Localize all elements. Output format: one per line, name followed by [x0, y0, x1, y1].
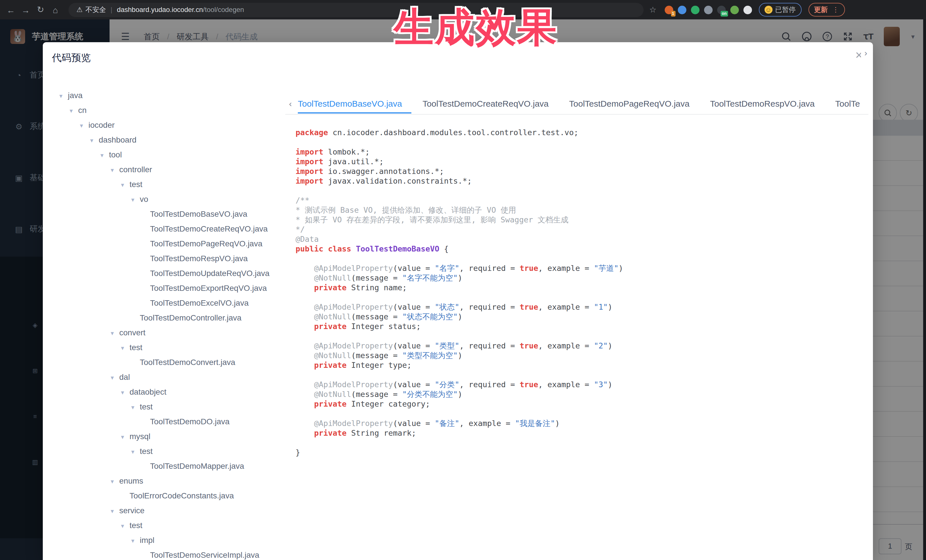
code-line: [295, 331, 867, 341]
tree-node-dal[interactable]: ▾dal: [111, 370, 130, 384]
green-circle-extension-icon[interactable]: [691, 5, 699, 14]
tree-node-java[interactable]: ▾java: [59, 88, 82, 103]
caret-down-icon[interactable]: ▾: [111, 163, 119, 177]
tree-node-test[interactable]: ▾test: [121, 518, 142, 533]
url-path: /tool/codegen: [203, 6, 244, 14]
tree-node-ToolTestDemoCreateReqVO.java[interactable]: ToolTestDemoCreateReqVO.java: [142, 221, 268, 236]
caret-down-icon[interactable]: ▾: [90, 133, 99, 148]
pin-extension-icon[interactable]: [678, 5, 686, 14]
tree-node-ToolTestDemoBaseVO.java[interactable]: ToolTestDemoBaseVO.java: [142, 207, 247, 221]
tree-node-impl[interactable]: ▾impl: [131, 533, 154, 548]
tree-node-iocoder[interactable]: ▾iocoder: [80, 118, 115, 132]
paused-emoji-icon: ☺: [764, 6, 772, 14]
browser-menu-icon[interactable]: ⋮: [832, 6, 839, 14]
tabs-scroll-left-icon[interactable]: ‹: [285, 98, 295, 108]
annotation-text: 生成效果: [394, 1, 558, 55]
tree-node-ToolTestDemoController.java[interactable]: ToolTestDemoController.java: [131, 310, 241, 325]
code-line: private Integer category;: [295, 399, 867, 409]
tree-node-test[interactable]: ▾test: [131, 399, 153, 414]
tab-ToolTestDemoCreateReqVO.java[interactable]: ToolTestDemoCreateReqVO.java: [422, 93, 549, 113]
update-label: 更新: [814, 5, 828, 15]
code-line: @ApiModelProperty(value = "分类", required…: [295, 380, 867, 389]
caret-down-icon[interactable]: ▾: [111, 474, 119, 489]
paused-label: 已暂停: [775, 5, 796, 15]
code-line: [295, 409, 867, 418]
tree-node-enums[interactable]: ▾enums: [111, 473, 143, 488]
caret-down-icon[interactable]: ▾: [131, 400, 140, 415]
tree-node-ToolTestDemoExportReqVO.java[interactable]: ToolTestDemoExportReqVO.java: [142, 281, 267, 295]
code-viewer[interactable]: package cn.iocoder.dashboard.modules.too…: [295, 128, 867, 560]
caret-down-icon[interactable]: ▾: [131, 192, 140, 207]
tree-node-ToolErrorCodeConstants.java[interactable]: ToolErrorCodeConstants.java: [121, 488, 234, 503]
tree-node-ToolTestDemoServiceImpl.java[interactable]: ToolTestDemoServiceImpl.java: [142, 548, 259, 560]
tree-node-service[interactable]: ▾service: [111, 503, 145, 518]
tree-node-mysql[interactable]: ▾mysql: [121, 429, 150, 444]
caret-down-icon[interactable]: ▾: [80, 118, 88, 133]
tree-node-ToolTestDemoMapper.java[interactable]: ToolTestDemoMapper.java: [142, 459, 244, 473]
tree-node-tool[interactable]: ▾tool: [100, 147, 122, 162]
extensions-area: 1on: [664, 5, 752, 14]
tree-node-test[interactable]: ▾test: [121, 177, 142, 192]
browser-back-icon[interactable]: ←: [3, 5, 18, 15]
tab-ToolTestDemoRespVO.java[interactable]: ToolTestDemoRespVO.java: [710, 93, 815, 113]
code-line: @NotNull(message = "类型不能为空"): [295, 351, 867, 361]
code-line: * 如果子 VO 存在差异的字段, 请不要添加到这里, 影响 Swagger 文…: [295, 215, 867, 225]
tree-node-test[interactable]: ▾test: [121, 340, 142, 355]
security-label[interactable]: 不安全: [86, 5, 106, 15]
caret-down-icon[interactable]: ▾: [121, 518, 130, 533]
tree-node-ToolTestDemoDO.java[interactable]: ToolTestDemoDO.java: [142, 414, 230, 429]
caret-down-icon[interactable]: ▾: [70, 103, 78, 118]
tree-node-dashboard[interactable]: ▾dashboard: [90, 132, 136, 147]
code-line: import java.util.*;: [295, 157, 867, 166]
tabs-scroll-right-icon[interactable]: ›: [861, 42, 867, 64]
tree-node-controller[interactable]: ▾controller: [111, 162, 152, 177]
tree-node-ToolTestDemoRespVO.java[interactable]: ToolTestDemoRespVO.java: [142, 251, 248, 266]
browser-forward-icon[interactable]: →: [18, 5, 33, 15]
code-line: import io.swagger.annotations.*;: [295, 166, 867, 176]
code-line: import javax.validation.constraints.*;: [295, 176, 867, 186]
tree-node-ToolTestDemoUpdateReqVO.java[interactable]: ToolTestDemoUpdateReqVO.java: [142, 266, 269, 281]
bookmark-star-icon[interactable]: ☆: [649, 5, 657, 14]
grid-extension-icon[interactable]: [704, 5, 712, 14]
tree-node-ToolTestDemoConvert.java[interactable]: ToolTestDemoConvert.java: [131, 355, 235, 370]
browser-reload-icon[interactable]: ↻: [33, 5, 48, 15]
window-edge: [923, 20, 926, 560]
caret-down-icon[interactable]: ▾: [131, 533, 140, 548]
caret-down-icon[interactable]: ▾: [100, 148, 109, 163]
caret-down-icon[interactable]: ▾: [121, 340, 130, 355]
tree-node-vo[interactable]: ▾vo: [131, 192, 148, 207]
tree-node-test[interactable]: ▾test: [131, 444, 153, 459]
code-line: @NotNull(message = "分类不能为空"): [295, 389, 867, 399]
list-extension-icon[interactable]: on: [717, 5, 725, 14]
code-line: private Integer status;: [295, 322, 867, 331]
code-line: [295, 186, 867, 196]
tree-node-ToolTestDemoExcelVO.java[interactable]: ToolTestDemoExcelVO.java: [142, 295, 249, 310]
tree-node-ToolTestDemoPageReqVO.java[interactable]: ToolTestDemoPageReqVO.java: [142, 236, 262, 251]
tree-node-cn[interactable]: ▾cn: [70, 103, 87, 118]
caret-down-icon[interactable]: ▾: [111, 326, 119, 340]
screen: 🐰 芋道管理系统 ☰ 首页 / 研发工具 / 代码生成 ? ꚍT: [0, 0, 926, 560]
tab-ToolTestDemoBaseVO.java[interactable]: ToolTestDemoBaseVO.java: [298, 93, 402, 113]
ublock-extension-icon[interactable]: 1: [664, 5, 673, 14]
puzzle-extension-icon[interactable]: [743, 5, 752, 14]
caret-down-icon[interactable]: ▾: [121, 429, 130, 444]
code-line: @ApiModelProperty(value = "名字", required…: [295, 263, 867, 273]
browser-home-icon[interactable]: ⌂: [48, 5, 63, 15]
tab-ToolTestDemoPageReqVO.java[interactable]: ToolTestDemoPageReqVO.java: [569, 93, 690, 113]
caret-down-icon[interactable]: ▾: [59, 88, 68, 103]
tree-node-dataobject[interactable]: ▾dataobject: [121, 384, 166, 399]
caret-down-icon[interactable]: ▾: [111, 504, 119, 518]
code-line: }: [295, 448, 867, 457]
paused-badge[interactable]: ☺ 已暂停: [758, 3, 801, 17]
update-button[interactable]: 更新 ⋮: [808, 3, 845, 17]
caret-down-icon[interactable]: ▾: [111, 370, 119, 385]
code-line: @NotNull(message = "状态不能为空"): [295, 312, 867, 322]
leaf-extension-icon[interactable]: [730, 5, 738, 14]
code-line: [295, 254, 867, 263]
tab-ToolTe[interactable]: ToolTe: [835, 93, 860, 113]
tree-node-convert[interactable]: ▾convert: [111, 325, 145, 340]
code-line: package cn.iocoder.dashboard.modules.too…: [295, 128, 867, 137]
caret-down-icon[interactable]: ▾: [121, 177, 130, 192]
caret-down-icon[interactable]: ▾: [131, 444, 140, 459]
caret-down-icon[interactable]: ▾: [121, 385, 130, 400]
